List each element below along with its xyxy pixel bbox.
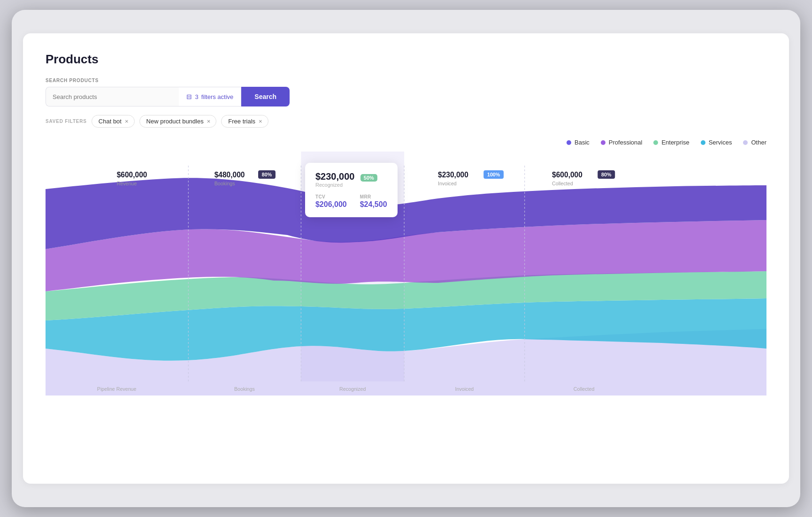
search-input[interactable] bbox=[46, 87, 179, 106]
svg-text:50%: 50% bbox=[360, 172, 370, 177]
chip-close-chatbot[interactable]: × bbox=[125, 118, 129, 124]
filter-label: filters active bbox=[201, 93, 234, 100]
filter-icon: ⊟ bbox=[186, 93, 192, 100]
col-value-pipeline: $600,000 bbox=[117, 171, 147, 179]
search-button[interactable]: Search bbox=[241, 87, 290, 106]
chart-svg: $600,000 Revenue $480,000 Bookings 80% $… bbox=[46, 152, 766, 395]
xlabel-invoiced: Invoiced bbox=[455, 386, 474, 392]
legend-services: Services bbox=[701, 139, 732, 146]
chip-close-bundles[interactable]: × bbox=[207, 118, 211, 124]
legend-row: Basic Professional Enterprise Services O… bbox=[46, 139, 766, 146]
xlabel-pipeline: Pipeline Revenue bbox=[97, 386, 137, 392]
legend-dot-services bbox=[701, 140, 705, 145]
chip-label-trials: Free trials bbox=[228, 118, 255, 125]
legend-other: Other bbox=[743, 139, 766, 146]
legend-label-enterprise: Enterprise bbox=[661, 139, 689, 146]
filter-chip-chatbot[interactable]: Chat bot × bbox=[92, 115, 135, 128]
legend-dot-enterprise bbox=[653, 140, 658, 145]
xlabel-recognized: Recognized bbox=[339, 386, 366, 392]
device-frame: Products SEARCH PRODUCTS ⊟ 3 filters act… bbox=[12, 10, 800, 507]
col-value-bookings: $480,000 bbox=[214, 171, 245, 179]
svg-text:Recognized: Recognized bbox=[310, 181, 337, 186]
col-value-recognized: $230,000 bbox=[310, 171, 341, 179]
col-value-collected: $600,000 bbox=[552, 171, 582, 179]
legend-label-professional: Professional bbox=[609, 139, 643, 146]
filter-chip-trials[interactable]: Free trials × bbox=[221, 115, 268, 128]
col-value-invoiced: $230,000 bbox=[438, 171, 468, 179]
filter-chip-bundles[interactable]: New product bundles × bbox=[139, 115, 217, 128]
col-sublabel-collected: Collected bbox=[552, 181, 573, 186]
main-card: Products SEARCH PRODUCTS ⊟ 3 filters act… bbox=[23, 33, 789, 484]
legend-label-basic: Basic bbox=[575, 139, 590, 146]
xlabel-bookings: Bookings bbox=[234, 386, 255, 392]
legend-professional: Professional bbox=[601, 139, 643, 146]
badge-text-invoiced: 100% bbox=[487, 172, 500, 177]
filter-count: 3 bbox=[195, 93, 198, 100]
chip-close-trials[interactable]: × bbox=[259, 118, 262, 124]
chart-area[interactable]: $600,000 Revenue $480,000 Bookings 80% $… bbox=[46, 152, 766, 395]
badge-text-bookings: 80% bbox=[262, 172, 272, 177]
legend-dot-other bbox=[743, 140, 748, 145]
page-title: Products bbox=[46, 52, 766, 67]
filter-badge[interactable]: ⊟ 3 filters active bbox=[179, 87, 241, 106]
xlabel-collected: Collected bbox=[574, 386, 595, 392]
chip-label-bundles: New product bundles bbox=[146, 118, 204, 125]
legend-dot-basic bbox=[567, 140, 571, 145]
search-label: SEARCH PRODUCTS bbox=[46, 78, 766, 83]
legend-label-services: Services bbox=[709, 139, 732, 146]
legend-dot-professional bbox=[601, 140, 605, 145]
legend-basic: Basic bbox=[567, 139, 590, 146]
legend-enterprise: Enterprise bbox=[653, 139, 689, 146]
legend-label-other: Other bbox=[751, 139, 766, 146]
col-sublabel-bookings: Bookings bbox=[214, 181, 235, 186]
saved-filters-row: SAVED FILTERS Chat bot × New product bun… bbox=[46, 115, 766, 128]
col-sublabel-invoiced: Invoiced bbox=[438, 181, 457, 186]
chip-label-chatbot: Chat bot bbox=[99, 118, 122, 125]
search-row: ⊟ 3 filters active Search bbox=[46, 87, 290, 106]
badge-text-collected: 80% bbox=[601, 172, 612, 177]
col-sublabel-pipeline: Revenue bbox=[117, 181, 137, 186]
saved-filters-label: SAVED FILTERS bbox=[46, 119, 87, 124]
